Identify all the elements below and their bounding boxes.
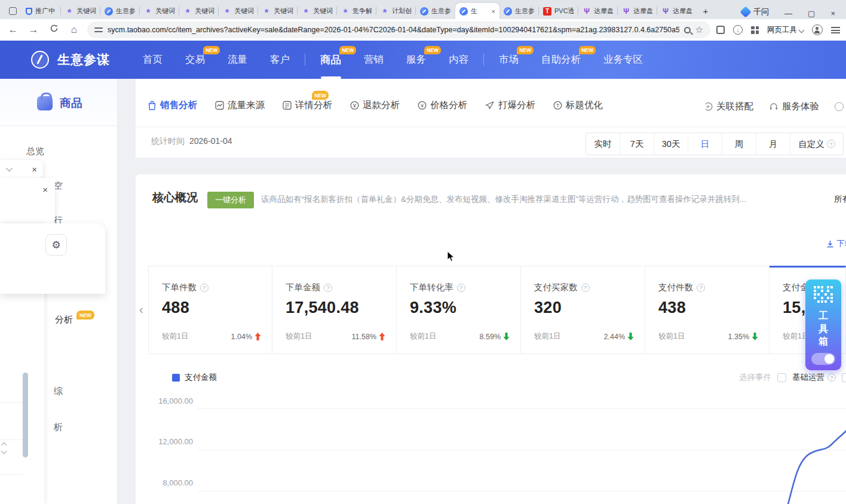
link-related-match[interactable]: 关联搭配 xyxy=(706,100,753,113)
toolbox-toggle[interactable] xyxy=(811,353,835,365)
reload-button[interactable] xyxy=(47,24,61,36)
browser-tab-active[interactable]: 生× xyxy=(455,3,499,19)
url-text[interactable]: sycm.taobao.com/cc/item_archives?activeK… xyxy=(108,26,679,34)
tab-explosive-analysis[interactable]: 打爆分析 xyxy=(485,99,535,112)
window-maximize-button[interactable]: ▢ xyxy=(808,10,815,17)
browser-tab[interactable]: 达摩盘 xyxy=(578,3,618,19)
close-icon[interactable]: × xyxy=(42,185,48,194)
sidebar-item[interactable]: 空 xyxy=(54,180,63,192)
downloads-icon[interactable]: ↓ xyxy=(733,25,743,35)
browser-tab[interactable]: 计划创 xyxy=(376,3,416,19)
apps-grid-icon[interactable] xyxy=(751,26,759,34)
nav-item-product[interactable]: 商品NEW xyxy=(309,41,352,79)
help-icon[interactable]: ? xyxy=(324,284,332,292)
tab-traffic-source[interactable]: 流量来源 xyxy=(215,99,265,112)
link-service-experience[interactable]: 服务体验 xyxy=(769,100,819,113)
nav-item-customer[interactable]: 客户 xyxy=(259,41,301,79)
metric-card-order-conversion[interactable]: 下单转化率? 9.33% 较前1日8.59% xyxy=(397,266,521,354)
browser-tab[interactable]: 推广中 xyxy=(22,3,61,19)
clipped-menu-icon[interactable] xyxy=(835,102,844,111)
help-icon[interactable]: ? xyxy=(200,284,209,292)
browser-menu-icon[interactable] xyxy=(831,27,840,33)
browser-tab[interactable]: 生意参 xyxy=(499,3,539,19)
gear-icon[interactable]: ⚙ xyxy=(45,234,67,256)
home-button[interactable]: ⌂ xyxy=(67,24,81,36)
profile-icon[interactable] xyxy=(812,24,823,35)
all-channels-link[interactable]: 所有 xyxy=(830,194,846,205)
carousel-prev-icon[interactable]: ‹ xyxy=(139,303,143,316)
window-close-button[interactable]: × xyxy=(830,10,835,17)
tab-title-optimize[interactable]: T标题优化 xyxy=(553,99,603,112)
browser-tab[interactable]: 关键词 xyxy=(219,3,258,19)
help-icon[interactable]: ? xyxy=(697,284,705,292)
scrollbar[interactable] xyxy=(23,373,28,457)
help-icon[interactable]: ? xyxy=(581,284,590,292)
range-30d[interactable]: 30天 xyxy=(654,133,688,155)
browser-tab[interactable]: PVC透 xyxy=(539,3,578,19)
browser-tab[interactable]: 关键词 xyxy=(298,3,337,19)
nav-item-trade[interactable]: 交易NEW xyxy=(174,41,216,79)
nav-item-market[interactable]: 市场NEW xyxy=(488,41,530,79)
browser-tab[interactable]: 生意参 xyxy=(100,3,140,19)
bookmark-star-icon[interactable]: ☆ xyxy=(695,24,703,35)
range-month[interactable]: 月 xyxy=(756,133,790,155)
site-settings-icon[interactable] xyxy=(94,26,103,33)
new-tab-button[interactable]: + xyxy=(698,3,713,19)
range-realtime[interactable]: 实时 xyxy=(586,133,620,155)
browser-tab[interactable]: 达摩盘 xyxy=(618,3,657,19)
stepper-arrows[interactable] xyxy=(2,443,6,453)
browser-tab[interactable]: 关键词 xyxy=(140,3,179,19)
nav-item-home[interactable]: 首页 xyxy=(131,41,174,79)
one-click-analyze-button[interactable]: 一键分析 xyxy=(207,192,254,208)
metric-card-order-items[interactable]: 下单件数? 488 较前1日1.04% xyxy=(148,266,272,354)
nav-item-content[interactable]: 内容 xyxy=(437,41,480,79)
tab-detail-analysis[interactable]: 详情分析NEW xyxy=(283,99,332,112)
sidebar-item-overview[interactable]: 总览 xyxy=(26,146,44,157)
sidebar-item-analysis[interactable]: 分析 xyxy=(55,314,73,325)
browser-tab[interactable]: 关键词 xyxy=(258,3,298,19)
browser-tab[interactable]: 关键词 xyxy=(61,3,100,19)
close-icon[interactable]: × xyxy=(32,165,37,174)
nav-item-traffic[interactable]: 流量 xyxy=(216,41,259,79)
chevron-down-icon[interactable] xyxy=(6,165,13,171)
extensions-icon[interactable] xyxy=(716,26,725,34)
tab-sales-analysis[interactable]: 销售分析 xyxy=(148,99,197,112)
back-button[interactable]: ← xyxy=(6,24,20,36)
metric-card-paid-buyers[interactable]: 支付买家数? 320 较前1日2.44% xyxy=(521,266,645,354)
address-bar[interactable]: sycm.taobao.com/cc/item_archives?activeK… xyxy=(87,21,710,38)
range-week[interactable]: 周 xyxy=(722,133,756,155)
web-tools-menu[interactable]: 网页工具 xyxy=(767,25,804,35)
tab-search-button[interactable] xyxy=(4,3,22,19)
metric-card-paid-items[interactable]: 支付件数? 438 较前1日1.35% xyxy=(645,266,770,354)
help-icon[interactable]: ? xyxy=(827,373,836,382)
metric-card-order-amount[interactable]: 下单金额? 17,540.48 较前1日11.58% xyxy=(272,266,397,354)
nav-item-self-analysis[interactable]: 自助分析NEW xyxy=(530,41,592,79)
range-day[interactable]: 日 xyxy=(688,133,722,155)
window-minimize-button[interactable]: — xyxy=(784,10,792,17)
browser-tab[interactable]: 关键词 xyxy=(179,3,219,19)
tab-refund-analysis[interactable]: 退款分析 xyxy=(350,99,400,112)
sidebar-item[interactable]: 析 xyxy=(54,422,63,433)
help-icon[interactable]: ? xyxy=(827,140,835,148)
qianwen-assistant-button[interactable]: 千问 xyxy=(741,7,769,17)
range-7d[interactable]: 7天 xyxy=(620,133,654,155)
browser-tab[interactable]: 达摩盘 xyxy=(657,3,697,19)
help-icon[interactable]: ? xyxy=(457,284,465,292)
nav-item-service[interactable]: 服务NEW xyxy=(395,41,437,79)
close-icon[interactable]: × xyxy=(492,8,495,15)
clipped-checkbox[interactable] xyxy=(842,373,846,382)
basic-ops-checkbox[interactable] xyxy=(777,373,786,382)
zoom-icon[interactable] xyxy=(684,27,691,33)
brand[interactable]: 生意参谋 xyxy=(31,51,110,69)
toolbox-widget[interactable]: 工具箱 xyxy=(805,279,841,370)
download-link[interactable]: 下载 xyxy=(826,238,846,249)
nav-item-business-zone[interactable]: 业务专区 xyxy=(592,41,654,79)
forward-button[interactable]: → xyxy=(26,24,41,36)
browser-tab[interactable]: 生意参 xyxy=(416,3,455,19)
tab-price-analysis[interactable]: ¥价格分析 xyxy=(418,99,467,112)
nav-item-marketing[interactable]: 营销 xyxy=(352,41,395,79)
chart-legend[interactable]: 支付金额 xyxy=(172,372,217,383)
range-custom[interactable]: 自定义? xyxy=(790,133,843,155)
browser-tab[interactable]: 竞争解 xyxy=(337,3,376,19)
sidebar-item[interactable]: 综 xyxy=(54,386,63,397)
